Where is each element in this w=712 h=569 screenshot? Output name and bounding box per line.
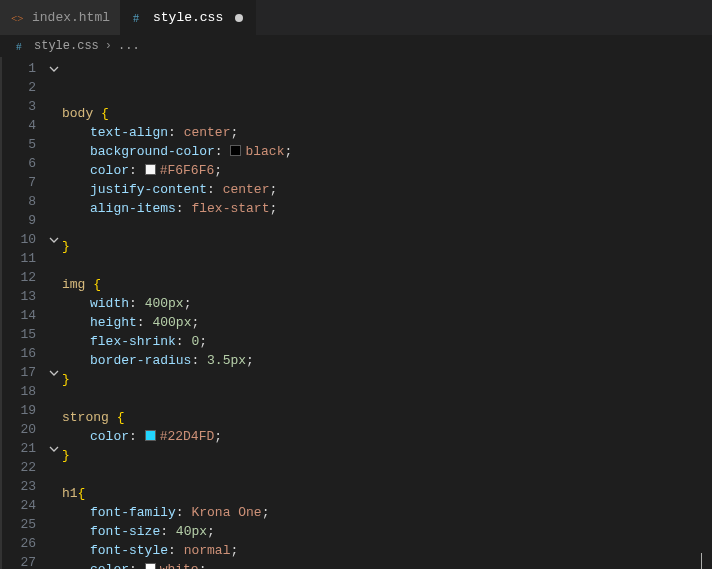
code-line[interactable]: color: white;: [62, 560, 712, 569]
token-brace: {: [93, 277, 101, 292]
code-line[interactable]: }: [62, 446, 712, 465]
code-line[interactable]: img {: [62, 275, 712, 294]
tab-style-css[interactable]: # style.css: [121, 0, 256, 35]
code-line[interactable]: font-size: 40px;: [62, 522, 712, 541]
line-number: 21: [0, 439, 36, 458]
code-editor[interactable]: 1234567891011121314151617181920212223242…: [0, 57, 712, 569]
color-swatch-icon[interactable]: [145, 164, 156, 175]
breadcrumb[interactable]: # style.css › ...: [0, 35, 712, 57]
code-line[interactable]: [62, 465, 712, 484]
color-swatch-icon[interactable]: [145, 563, 156, 569]
code-line[interactable]: align-items: flex-start;: [62, 199, 712, 218]
tab-index-html[interactable]: <> index.html: [0, 0, 121, 35]
code-line[interactable]: height: 400px;: [62, 313, 712, 332]
code-line[interactable]: border-radius: 3.5px;: [62, 351, 712, 370]
token-punc: :: [129, 163, 145, 178]
token-prop: font-style: [90, 543, 168, 558]
fold-chevron-icon[interactable]: [46, 59, 62, 78]
token-brace: {: [101, 106, 109, 121]
color-swatch-icon[interactable]: [230, 145, 241, 156]
token-punc: :: [129, 296, 145, 311]
token-punc: ;: [262, 505, 270, 520]
token-prop: align-items: [90, 201, 176, 216]
code-line[interactable]: color: #F6F6F6;: [62, 161, 712, 180]
token-sel: h1: [62, 486, 78, 501]
fold-spacer: [46, 477, 62, 496]
code-line[interactable]: justify-content: center;: [62, 180, 712, 199]
token-prop: width: [90, 296, 129, 311]
code-line[interactable]: font-style: normal;: [62, 541, 712, 560]
token-punc: :: [137, 315, 153, 330]
token-punc: ;: [199, 334, 207, 349]
css-file-icon: #: [14, 39, 28, 53]
fold-spacer: [46, 78, 62, 97]
fold-spacer: [46, 97, 62, 116]
tab-label: style.css: [153, 10, 223, 25]
line-number: 26: [0, 534, 36, 553]
chevron-right-icon: ›: [105, 39, 112, 53]
token-punc: [93, 106, 101, 121]
code-line[interactable]: }: [62, 370, 712, 389]
token-unit: px: [191, 524, 207, 539]
token-prop: font-size: [90, 524, 160, 539]
code-line[interactable]: [62, 389, 712, 408]
line-number: 19: [0, 401, 36, 420]
token-prop: color: [90, 562, 129, 569]
code-line[interactable]: }: [62, 237, 712, 256]
code-line[interactable]: font-family: Krona One;: [62, 503, 712, 522]
token-val: Krona One: [191, 505, 261, 520]
code-line[interactable]: [62, 256, 712, 275]
code-line[interactable]: width: 400px;: [62, 294, 712, 313]
line-number: 3: [0, 97, 36, 116]
token-sel: body: [62, 106, 93, 121]
text-cursor: [701, 553, 702, 569]
token-punc: ;: [214, 429, 222, 444]
line-number: 1: [0, 59, 36, 78]
token-punc: ;: [214, 163, 222, 178]
line-number: 27: [0, 553, 36, 569]
line-number: 7: [0, 173, 36, 192]
code-line[interactable]: [62, 218, 712, 237]
code-line[interactable]: h1{: [62, 484, 712, 503]
line-number: 5: [0, 135, 36, 154]
line-number: 22: [0, 458, 36, 477]
token-brace: {: [117, 410, 125, 425]
token-unit: px: [176, 315, 192, 330]
token-brace: }: [62, 239, 70, 254]
token-val: black: [245, 144, 284, 159]
color-swatch-icon[interactable]: [145, 430, 156, 441]
code-line[interactable]: body {: [62, 104, 712, 123]
fold-chevron-icon[interactable]: [46, 439, 62, 458]
svg-text:<>: <>: [11, 12, 23, 24]
token-prop: color: [90, 429, 129, 444]
token-val: flex-start: [191, 201, 269, 216]
token-sel: strong: [62, 410, 109, 425]
token-prop: border-radius: [90, 353, 191, 368]
token-punc: :: [176, 334, 192, 349]
code-line[interactable]: strong {: [62, 408, 712, 427]
fold-spacer: [46, 553, 62, 569]
code-line[interactable]: color: #22D4FD;: [62, 427, 712, 446]
html-file-icon: <>: [10, 10, 26, 26]
token-prop: justify-content: [90, 182, 207, 197]
token-punc: :: [207, 182, 223, 197]
fold-chevron-icon[interactable]: [46, 363, 62, 382]
token-num: 40: [176, 524, 192, 539]
svg-text:#: #: [133, 11, 139, 25]
line-number: 11: [0, 249, 36, 268]
fold-spacer: [46, 306, 62, 325]
code-line[interactable]: background-color: black;: [62, 142, 712, 161]
token-punc: [109, 410, 117, 425]
code-line[interactable]: flex-shrink: 0;: [62, 332, 712, 351]
fold-chevron-icon[interactable]: [46, 230, 62, 249]
line-number: 23: [0, 477, 36, 496]
line-number: 8: [0, 192, 36, 211]
fold-spacer: [46, 287, 62, 306]
token-punc: :: [168, 125, 184, 140]
token-unit: px: [168, 296, 184, 311]
line-number: 4: [0, 116, 36, 135]
code-area[interactable]: body {text-align: center;background-colo…: [62, 57, 712, 569]
tab-label: index.html: [32, 10, 110, 25]
code-line[interactable]: text-align: center;: [62, 123, 712, 142]
token-punc: ;: [246, 353, 254, 368]
